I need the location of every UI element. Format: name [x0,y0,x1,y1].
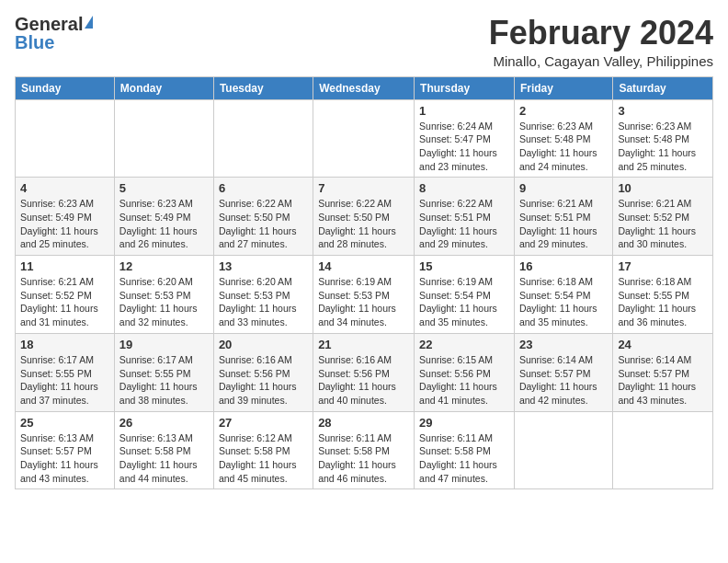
calendar-cell: 26 Sunrise: 6:13 AMSunset: 5:58 PMDaylig… [114,411,213,489]
cell-text: Sunrise: 6:19 AMSunset: 5:54 PMDaylight:… [419,275,509,329]
calendar-cell: 28 Sunrise: 6:11 AMSunset: 5:58 PMDaylig… [313,411,415,489]
calendar-cell: 15 Sunrise: 6:19 AMSunset: 5:54 PMDaylig… [415,256,515,334]
day-number: 26 [119,416,209,430]
header-monday: Monday [114,76,213,99]
day-number: 5 [119,181,209,195]
month-title: February 2024 [489,15,713,52]
calendar-cell: 11 Sunrise: 6:21 AMSunset: 5:52 PMDaylig… [16,256,115,334]
calendar-cell: 16 Sunrise: 6:18 AMSunset: 5:54 PMDaylig… [514,256,612,334]
cell-text: Sunrise: 6:21 AMSunset: 5:51 PMDaylight:… [519,197,608,251]
calendar-cell: 2 Sunrise: 6:23 AMSunset: 5:48 PMDayligh… [514,99,612,178]
cell-text: Sunrise: 6:14 AMSunset: 5:57 PMDaylight:… [618,353,708,408]
cell-text: Sunrise: 6:22 AMSunset: 5:50 PMDaylight:… [219,197,308,251]
day-number: 7 [318,181,409,195]
calendar-cell: 13 Sunrise: 6:20 AMSunset: 5:53 PMDaylig… [213,256,313,334]
day-number: 2 [519,104,608,118]
calendar-cell: 17 Sunrise: 6:18 AMSunset: 5:55 PMDaylig… [613,256,713,334]
cell-text: Sunrise: 6:21 AMSunset: 5:52 PMDaylight:… [618,197,708,251]
calendar-cell: 12 Sunrise: 6:20 AMSunset: 5:53 PMDaylig… [114,256,213,334]
week-row-4: 25 Sunrise: 6:13 AMSunset: 5:57 PMDaylig… [16,411,713,489]
calendar-cell [213,99,313,178]
cell-text: Sunrise: 6:19 AMSunset: 5:53 PMDaylight:… [318,275,409,329]
week-row-3: 18 Sunrise: 6:17 AMSunset: 5:55 PMDaylig… [16,333,713,411]
calendar-cell: 7 Sunrise: 6:22 AMSunset: 5:50 PMDayligh… [313,178,415,256]
day-number: 19 [119,338,209,351]
cell-text: Sunrise: 6:23 AMSunset: 5:48 PMDaylight:… [618,120,708,174]
day-number: 18 [20,338,109,351]
days-header-row: SundayMondayTuesdayWednesdayThursdayFrid… [16,76,713,99]
day-number: 10 [618,181,708,195]
title-area: February 2024 Minallo, Cagayan Valley, P… [489,15,713,69]
day-number: 28 [318,416,409,430]
calendar-cell: 1 Sunrise: 6:24 AMSunset: 5:47 PMDayligh… [415,99,515,178]
cell-text: Sunrise: 6:22 AMSunset: 5:50 PMDaylight:… [318,197,409,251]
day-number: 21 [318,338,409,351]
day-number: 9 [519,181,608,195]
day-number: 22 [419,338,509,351]
cell-text: Sunrise: 6:17 AMSunset: 5:55 PMDaylight:… [20,353,109,408]
cell-text: Sunrise: 6:21 AMSunset: 5:52 PMDaylight:… [20,275,109,329]
calendar-cell: 23 Sunrise: 6:14 AMSunset: 5:57 PMDaylig… [514,333,612,411]
cell-text: Sunrise: 6:13 AMSunset: 5:58 PMDaylight:… [119,431,209,486]
calendar-cell [313,99,415,178]
calendar-table: SundayMondayTuesdayWednesdayThursdayFrid… [15,76,713,490]
calendar-cell: 24 Sunrise: 6:14 AMSunset: 5:57 PMDaylig… [613,333,713,411]
calendar-cell: 27 Sunrise: 6:12 AMSunset: 5:58 PMDaylig… [213,411,313,489]
cell-text: Sunrise: 6:20 AMSunset: 5:53 PMDaylight:… [119,275,209,329]
day-number: 15 [419,259,509,273]
day-number: 1 [419,104,509,118]
day-number: 11 [20,259,109,273]
calendar-cell: 6 Sunrise: 6:22 AMSunset: 5:50 PMDayligh… [213,178,313,256]
header: General Blue February 2024 Minallo, Caga… [15,15,713,69]
day-number: 24 [618,338,708,351]
calendar-cell: 5 Sunrise: 6:23 AMSunset: 5:49 PMDayligh… [114,178,213,256]
header-tuesday: Tuesday [213,76,313,99]
calendar-cell: 21 Sunrise: 6:16 AMSunset: 5:56 PMDaylig… [313,333,415,411]
day-number: 8 [419,181,509,195]
calendar-cell: 3 Sunrise: 6:23 AMSunset: 5:48 PMDayligh… [613,99,713,178]
day-number: 12 [119,259,209,273]
cell-text: Sunrise: 6:14 AMSunset: 5:57 PMDaylight:… [519,353,608,408]
day-number: 23 [519,338,608,351]
day-number: 16 [519,259,608,273]
cell-text: Sunrise: 6:16 AMSunset: 5:56 PMDaylight:… [219,353,308,408]
cell-text: Sunrise: 6:12 AMSunset: 5:58 PMDaylight:… [219,431,308,486]
cell-text: Sunrise: 6:23 AMSunset: 5:49 PMDaylight:… [119,197,209,251]
calendar-cell: 8 Sunrise: 6:22 AMSunset: 5:51 PMDayligh… [415,178,515,256]
week-row-2: 11 Sunrise: 6:21 AMSunset: 5:52 PMDaylig… [16,256,713,334]
week-row-1: 4 Sunrise: 6:23 AMSunset: 5:49 PMDayligh… [16,178,713,256]
calendar-cell: 4 Sunrise: 6:23 AMSunset: 5:49 PMDayligh… [16,178,115,256]
calendar-cell: 20 Sunrise: 6:16 AMSunset: 5:56 PMDaylig… [213,333,313,411]
cell-text: Sunrise: 6:11 AMSunset: 5:58 PMDaylight:… [419,431,509,486]
calendar-cell: 18 Sunrise: 6:17 AMSunset: 5:55 PMDaylig… [16,333,115,411]
cell-text: Sunrise: 6:20 AMSunset: 5:53 PMDaylight:… [219,275,308,329]
header-wednesday: Wednesday [313,76,415,99]
calendar-cell [16,99,115,178]
header-sunday: Sunday [16,76,115,99]
calendar-cell: 25 Sunrise: 6:13 AMSunset: 5:57 PMDaylig… [16,411,115,489]
logo-general: General [15,15,83,33]
cell-text: Sunrise: 6:18 AMSunset: 5:55 PMDaylight:… [618,275,708,329]
day-number: 14 [318,259,409,273]
calendar-cell [613,411,713,489]
location-title: Minallo, Cagayan Valley, Philippines [489,53,713,69]
cell-text: Sunrise: 6:13 AMSunset: 5:57 PMDaylight:… [20,431,109,486]
calendar-cell: 9 Sunrise: 6:21 AMSunset: 5:51 PMDayligh… [514,178,612,256]
calendar-cell [514,411,612,489]
day-number: 3 [618,104,708,118]
cell-text: Sunrise: 6:24 AMSunset: 5:47 PMDaylight:… [419,120,509,174]
calendar-cell [114,99,213,178]
cell-text: Sunrise: 6:16 AMSunset: 5:56 PMDaylight:… [318,353,409,408]
logo: General Blue [15,15,93,52]
day-number: 6 [219,181,308,195]
calendar-cell: 29 Sunrise: 6:11 AMSunset: 5:58 PMDaylig… [415,411,515,489]
cell-text: Sunrise: 6:18 AMSunset: 5:54 PMDaylight:… [519,275,608,329]
logo-triangle-icon [85,16,93,29]
cell-text: Sunrise: 6:15 AMSunset: 5:56 PMDaylight:… [419,353,509,408]
cell-text: Sunrise: 6:23 AMSunset: 5:49 PMDaylight:… [20,197,109,251]
calendar-cell: 14 Sunrise: 6:19 AMSunset: 5:53 PMDaylig… [313,256,415,334]
logo-blue: Blue [15,33,54,52]
day-number: 4 [20,181,109,195]
week-row-0: 1 Sunrise: 6:24 AMSunset: 5:47 PMDayligh… [16,99,713,178]
calendar-cell: 19 Sunrise: 6:17 AMSunset: 5:55 PMDaylig… [114,333,213,411]
